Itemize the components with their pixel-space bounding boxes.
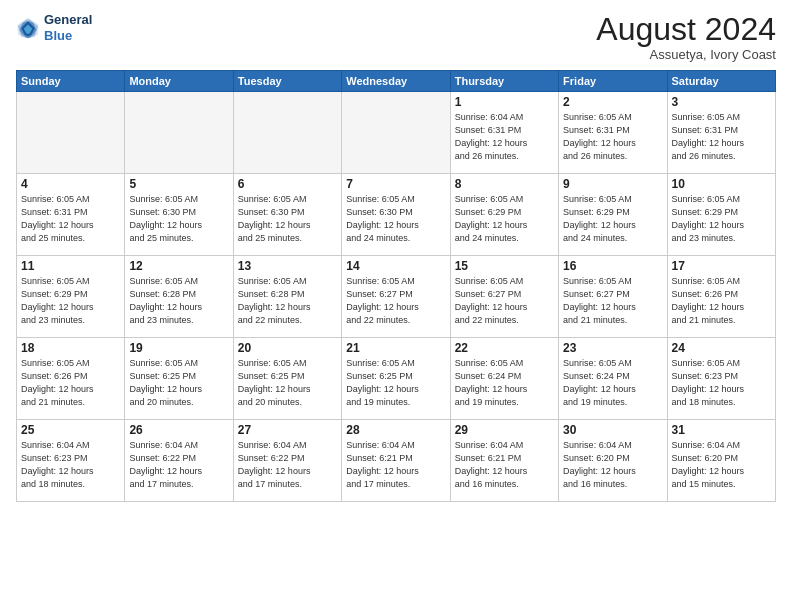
day-number: 2 [563, 95, 662, 109]
day-info: Sunrise: 6:05 AMSunset: 6:26 PMDaylight:… [672, 275, 771, 327]
day-info: Sunrise: 6:05 AMSunset: 6:29 PMDaylight:… [563, 193, 662, 245]
logo-blue: Blue [44, 28, 72, 43]
day-info: Sunrise: 6:04 AMSunset: 6:31 PMDaylight:… [455, 111, 554, 163]
day-number: 14 [346, 259, 445, 273]
calendar-cell: 29Sunrise: 6:04 AMSunset: 6:21 PMDayligh… [450, 420, 558, 502]
day-number: 15 [455, 259, 554, 273]
calendar-cell: 1Sunrise: 6:04 AMSunset: 6:31 PMDaylight… [450, 92, 558, 174]
logo-general: General [44, 12, 92, 27]
day-number: 28 [346, 423, 445, 437]
calendar-cell: 16Sunrise: 6:05 AMSunset: 6:27 PMDayligh… [559, 256, 667, 338]
day-info: Sunrise: 6:05 AMSunset: 6:29 PMDaylight:… [455, 193, 554, 245]
logo-text: General Blue [44, 12, 92, 43]
title-area: August 2024 Assuetya, Ivory Coast [596, 12, 776, 62]
calendar-week-2: 4Sunrise: 6:05 AMSunset: 6:31 PMDaylight… [17, 174, 776, 256]
day-number: 29 [455, 423, 554, 437]
day-number: 20 [238, 341, 337, 355]
day-header-sunday: Sunday [17, 71, 125, 92]
calendar-cell: 3Sunrise: 6:05 AMSunset: 6:31 PMDaylight… [667, 92, 775, 174]
calendar-cell: 4Sunrise: 6:05 AMSunset: 6:31 PMDaylight… [17, 174, 125, 256]
day-header-tuesday: Tuesday [233, 71, 341, 92]
calendar-cell: 25Sunrise: 6:04 AMSunset: 6:23 PMDayligh… [17, 420, 125, 502]
month-title: August 2024 [596, 12, 776, 47]
day-number: 1 [455, 95, 554, 109]
day-info: Sunrise: 6:04 AMSunset: 6:21 PMDaylight:… [455, 439, 554, 491]
calendar-cell [342, 92, 450, 174]
day-number: 23 [563, 341, 662, 355]
day-number: 4 [21, 177, 120, 191]
calendar-cell: 23Sunrise: 6:05 AMSunset: 6:24 PMDayligh… [559, 338, 667, 420]
calendar-cell: 5Sunrise: 6:05 AMSunset: 6:30 PMDaylight… [125, 174, 233, 256]
day-header-saturday: Saturday [667, 71, 775, 92]
day-info: Sunrise: 6:05 AMSunset: 6:31 PMDaylight:… [672, 111, 771, 163]
day-header-wednesday: Wednesday [342, 71, 450, 92]
day-number: 26 [129, 423, 228, 437]
day-number: 13 [238, 259, 337, 273]
calendar-cell: 27Sunrise: 6:04 AMSunset: 6:22 PMDayligh… [233, 420, 341, 502]
day-info: Sunrise: 6:04 AMSunset: 6:20 PMDaylight:… [672, 439, 771, 491]
day-number: 18 [21, 341, 120, 355]
calendar-cell: 2Sunrise: 6:05 AMSunset: 6:31 PMDaylight… [559, 92, 667, 174]
day-info: Sunrise: 6:05 AMSunset: 6:25 PMDaylight:… [129, 357, 228, 409]
day-info: Sunrise: 6:05 AMSunset: 6:30 PMDaylight:… [346, 193, 445, 245]
day-number: 21 [346, 341, 445, 355]
day-number: 10 [672, 177, 771, 191]
day-number: 12 [129, 259, 228, 273]
day-info: Sunrise: 6:04 AMSunset: 6:23 PMDaylight:… [21, 439, 120, 491]
day-header-friday: Friday [559, 71, 667, 92]
day-info: Sunrise: 6:05 AMSunset: 6:31 PMDaylight:… [563, 111, 662, 163]
calendar-cell: 19Sunrise: 6:05 AMSunset: 6:25 PMDayligh… [125, 338, 233, 420]
day-header-monday: Monday [125, 71, 233, 92]
day-info: Sunrise: 6:05 AMSunset: 6:25 PMDaylight:… [346, 357, 445, 409]
day-number: 24 [672, 341, 771, 355]
day-info: Sunrise: 6:05 AMSunset: 6:27 PMDaylight:… [563, 275, 662, 327]
day-info: Sunrise: 6:04 AMSunset: 6:22 PMDaylight:… [129, 439, 228, 491]
calendar-cell [17, 92, 125, 174]
day-info: Sunrise: 6:05 AMSunset: 6:23 PMDaylight:… [672, 357, 771, 409]
day-info: Sunrise: 6:05 AMSunset: 6:24 PMDaylight:… [563, 357, 662, 409]
day-number: 5 [129, 177, 228, 191]
day-number: 17 [672, 259, 771, 273]
day-info: Sunrise: 6:05 AMSunset: 6:27 PMDaylight:… [346, 275, 445, 327]
day-number: 8 [455, 177, 554, 191]
logo: General Blue [16, 12, 92, 43]
location-subtitle: Assuetya, Ivory Coast [596, 47, 776, 62]
calendar-week-5: 25Sunrise: 6:04 AMSunset: 6:23 PMDayligh… [17, 420, 776, 502]
day-info: Sunrise: 6:04 AMSunset: 6:21 PMDaylight:… [346, 439, 445, 491]
day-info: Sunrise: 6:05 AMSunset: 6:29 PMDaylight:… [21, 275, 120, 327]
day-info: Sunrise: 6:05 AMSunset: 6:25 PMDaylight:… [238, 357, 337, 409]
day-info: Sunrise: 6:05 AMSunset: 6:30 PMDaylight:… [238, 193, 337, 245]
day-info: Sunrise: 6:05 AMSunset: 6:28 PMDaylight:… [238, 275, 337, 327]
day-info: Sunrise: 6:05 AMSunset: 6:31 PMDaylight:… [21, 193, 120, 245]
day-number: 9 [563, 177, 662, 191]
calendar-cell: 13Sunrise: 6:05 AMSunset: 6:28 PMDayligh… [233, 256, 341, 338]
day-number: 11 [21, 259, 120, 273]
calendar-cell: 22Sunrise: 6:05 AMSunset: 6:24 PMDayligh… [450, 338, 558, 420]
calendar-table: SundayMondayTuesdayWednesdayThursdayFrid… [16, 70, 776, 502]
calendar-cell: 20Sunrise: 6:05 AMSunset: 6:25 PMDayligh… [233, 338, 341, 420]
logo-icon [16, 16, 40, 40]
calendar-header-row: SundayMondayTuesdayWednesdayThursdayFrid… [17, 71, 776, 92]
day-info: Sunrise: 6:05 AMSunset: 6:28 PMDaylight:… [129, 275, 228, 327]
day-info: Sunrise: 6:04 AMSunset: 6:20 PMDaylight:… [563, 439, 662, 491]
day-number: 16 [563, 259, 662, 273]
day-header-thursday: Thursday [450, 71, 558, 92]
calendar-cell: 24Sunrise: 6:05 AMSunset: 6:23 PMDayligh… [667, 338, 775, 420]
day-number: 6 [238, 177, 337, 191]
day-info: Sunrise: 6:05 AMSunset: 6:29 PMDaylight:… [672, 193, 771, 245]
calendar-cell: 21Sunrise: 6:05 AMSunset: 6:25 PMDayligh… [342, 338, 450, 420]
calendar-cell [125, 92, 233, 174]
day-number: 19 [129, 341, 228, 355]
calendar-week-4: 18Sunrise: 6:05 AMSunset: 6:26 PMDayligh… [17, 338, 776, 420]
calendar-cell: 18Sunrise: 6:05 AMSunset: 6:26 PMDayligh… [17, 338, 125, 420]
calendar-cell: 9Sunrise: 6:05 AMSunset: 6:29 PMDaylight… [559, 174, 667, 256]
calendar-cell: 12Sunrise: 6:05 AMSunset: 6:28 PMDayligh… [125, 256, 233, 338]
day-info: Sunrise: 6:05 AMSunset: 6:26 PMDaylight:… [21, 357, 120, 409]
calendar-week-1: 1Sunrise: 6:04 AMSunset: 6:31 PMDaylight… [17, 92, 776, 174]
day-info: Sunrise: 6:04 AMSunset: 6:22 PMDaylight:… [238, 439, 337, 491]
calendar-week-3: 11Sunrise: 6:05 AMSunset: 6:29 PMDayligh… [17, 256, 776, 338]
page: General Blue August 2024 Assuetya, Ivory… [0, 0, 792, 612]
calendar-cell: 26Sunrise: 6:04 AMSunset: 6:22 PMDayligh… [125, 420, 233, 502]
calendar-cell: 6Sunrise: 6:05 AMSunset: 6:30 PMDaylight… [233, 174, 341, 256]
day-info: Sunrise: 6:05 AMSunset: 6:27 PMDaylight:… [455, 275, 554, 327]
